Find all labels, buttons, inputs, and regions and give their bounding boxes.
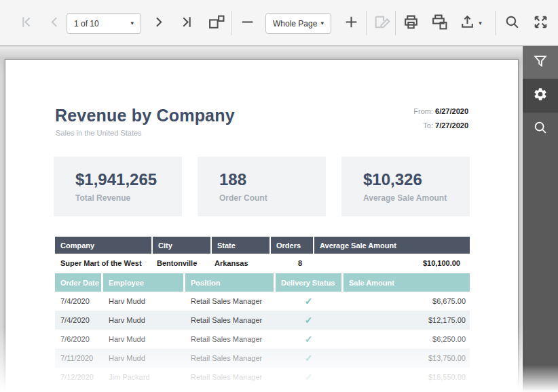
caret-down-icon: ▾ bbox=[479, 20, 482, 26]
report-tables: Company City State Orders Average Sale A… bbox=[55, 237, 470, 392]
card-value: $1,941,265 bbox=[75, 170, 182, 189]
report-title: Revenue by Company bbox=[55, 106, 235, 125]
position-cell: Retail Sales Manager bbox=[185, 349, 274, 368]
state-cell: Arkansas bbox=[209, 254, 267, 272]
orders-table-header: Order Date Employee Position Delivery St… bbox=[55, 273, 470, 292]
order-date-cell: 7/4/2020 bbox=[55, 311, 101, 330]
chevron-left-icon bbox=[46, 14, 63, 33]
sidebar-tab-parameters[interactable] bbox=[523, 46, 558, 79]
city-cell: Bentonville bbox=[151, 254, 209, 272]
sale-amount-cell: $6,675.00 bbox=[343, 292, 470, 311]
multipage-icon bbox=[208, 14, 225, 33]
order-count-card: 188 Order Count bbox=[198, 157, 326, 216]
orders-cell: 8 bbox=[267, 254, 309, 272]
delivery-status-cell: ✓ bbox=[276, 330, 341, 349]
date-to-label: To: bbox=[423, 121, 433, 130]
sale-amount-cell: $13,750.00 bbox=[343, 349, 470, 368]
date-range: From: 6/27/2020 To: 7/27/2020 bbox=[413, 104, 468, 133]
page-selector[interactable]: 1 of 10 ▾ bbox=[67, 13, 141, 34]
fullscreen-icon bbox=[532, 14, 549, 33]
header-position: Position bbox=[185, 273, 274, 292]
employee-cell: Jim Packard bbox=[103, 368, 183, 387]
company-row: Super Mart of the West Bentonville Arkan… bbox=[55, 254, 470, 272]
filter-icon bbox=[533, 54, 548, 71]
print-button[interactable] bbox=[397, 9, 424, 37]
edit-button[interactable] bbox=[368, 9, 395, 37]
header-average-sale-amount: Average Sale Amount bbox=[314, 237, 470, 254]
export-icon bbox=[459, 14, 476, 33]
company-table-header: Company City State Orders Average Sale A… bbox=[55, 237, 470, 254]
order-date-cell: 7/11/2020 bbox=[55, 349, 101, 368]
toolbar: 1 of 10 ▾ Whole Page ▾ bbox=[0, 0, 558, 46]
header-order-date: Order Date bbox=[55, 273, 101, 292]
employee-cell: Harv Mudd bbox=[103, 292, 183, 311]
check-icon: ✓ bbox=[305, 353, 313, 364]
last-page-button[interactable] bbox=[173, 9, 200, 37]
first-page-button[interactable] bbox=[12, 9, 39, 37]
next-page-button[interactable] bbox=[145, 9, 172, 37]
previous-page-button[interactable] bbox=[41, 9, 68, 37]
report-viewer-app: 1 of 10 ▾ Whole Page ▾ bbox=[0, 0, 558, 392]
order-row: 7/6/2020 Harv Mudd Retail Sales Manager … bbox=[55, 330, 470, 349]
date-to-value: 7/27/2020 bbox=[435, 121, 468, 130]
order-row: 7/11/2020 Harv Mudd Retail Sales Manager… bbox=[55, 349, 470, 368]
header-employee: Employee bbox=[103, 273, 183, 292]
header-orders: Orders bbox=[271, 237, 313, 254]
multipage-view-button[interactable] bbox=[202, 9, 229, 37]
card-label: Average Sale Amount bbox=[363, 193, 470, 203]
order-row: 7/4/2020 Harv Mudd Retail Sales Manager … bbox=[55, 292, 470, 311]
export-button[interactable]: ▾ bbox=[452, 9, 489, 37]
sidebar-tab-settings[interactable] bbox=[523, 79, 558, 113]
date-from-value: 6/27/2020 bbox=[435, 107, 468, 115]
delivery-status-cell: ✓ bbox=[276, 368, 341, 387]
total-revenue-card: $1,941,265 Total Revenue bbox=[54, 157, 182, 216]
sidebar bbox=[523, 46, 558, 392]
order-row: 7/12/2020 Jim Packard Retail Sales Manag… bbox=[55, 368, 470, 387]
zoom-in-button[interactable] bbox=[337, 9, 365, 37]
toolbar-separator bbox=[495, 11, 496, 35]
delivery-status-cell: ✓ bbox=[276, 311, 341, 330]
order-date-cell: 7/6/2020 bbox=[55, 330, 101, 349]
report-page: Revenue by Company Sales in the United S… bbox=[5, 59, 519, 392]
delivery-status-cell: ✓ bbox=[276, 292, 341, 311]
check-icon: ✓ bbox=[305, 315, 313, 326]
toolbar-separator bbox=[231, 11, 232, 35]
order-date-cell: 7/12/2020 bbox=[55, 368, 101, 387]
card-label: Total Revenue bbox=[75, 193, 182, 203]
page-selector-value: 1 of 10 bbox=[74, 19, 99, 28]
search-button[interactable] bbox=[498, 9, 525, 37]
fullscreen-button[interactable] bbox=[527, 9, 554, 37]
employee-cell: Harv Mudd bbox=[103, 311, 183, 330]
check-icon: ✓ bbox=[305, 334, 313, 345]
company-cell: Super Mart of the West bbox=[55, 254, 151, 272]
employee-cell: Harv Mudd bbox=[103, 349, 183, 368]
chevron-right-icon bbox=[150, 14, 167, 33]
minus-icon bbox=[239, 14, 256, 33]
header-state: State bbox=[212, 237, 269, 254]
date-from-label: From: bbox=[413, 107, 433, 115]
average-sale-cell: $10,100.00 bbox=[309, 254, 464, 272]
date-to: To: 7/27/2020 bbox=[413, 119, 468, 133]
sale-amount-cell: $12,175.00 bbox=[343, 311, 470, 330]
printer-icon bbox=[403, 14, 420, 33]
sale-amount-cell: $16,550.00 bbox=[343, 368, 470, 387]
header-sale-amount: Sale Amount bbox=[343, 273, 470, 292]
position-cell: Retail Sales Manager bbox=[185, 330, 274, 349]
card-value: 188 bbox=[219, 170, 326, 189]
report-subtitle: Sales in the United States bbox=[56, 129, 142, 137]
caret-down-icon: ▾ bbox=[320, 20, 324, 26]
print-page-button[interactable] bbox=[426, 9, 453, 37]
last-page-icon bbox=[179, 14, 196, 33]
position-cell: Retail Sales Manager bbox=[185, 368, 274, 387]
toolbar-separator bbox=[366, 11, 367, 35]
zoom-selector[interactable]: Whole Page ▾ bbox=[265, 13, 331, 34]
order-date-cell: 7/4/2020 bbox=[55, 292, 101, 311]
zoom-out-button[interactable] bbox=[234, 9, 261, 37]
toolbar-separator bbox=[395, 11, 396, 35]
delivery-status-cell: ✓ bbox=[276, 349, 341, 368]
position-cell: Retail Sales Manager bbox=[185, 292, 274, 311]
employee-cell: Harv Mudd bbox=[103, 330, 183, 349]
gear-icon bbox=[533, 87, 548, 104]
caret-down-icon: ▾ bbox=[130, 20, 134, 26]
sidebar-tab-search[interactable] bbox=[523, 113, 558, 145]
